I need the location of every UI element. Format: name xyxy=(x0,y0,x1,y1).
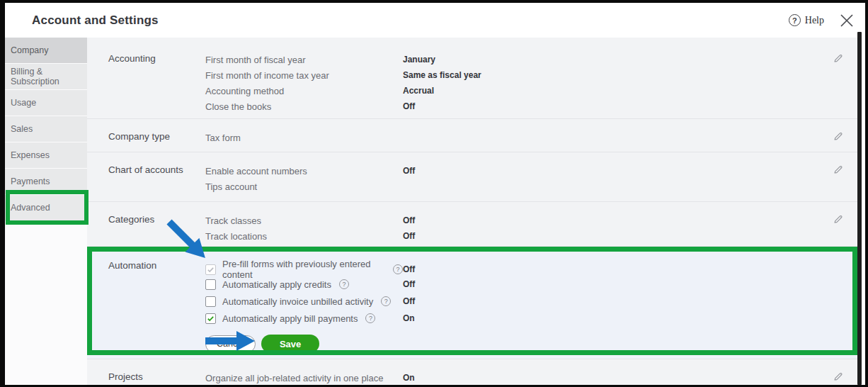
setting-value: Off xyxy=(403,231,818,241)
question-circle-icon[interactable]: ? xyxy=(381,296,391,306)
account-settings-dialog: Account and Settings ? Help Company Bill… xyxy=(0,0,868,387)
apply-credits-checkbox[interactable] xyxy=(205,279,216,290)
setting-label: First month of income tax year xyxy=(205,70,403,81)
invoice-unbilled-checkbox[interactable] xyxy=(205,296,216,307)
setting-row: Track locations Off xyxy=(205,228,818,244)
setting-value: Off xyxy=(403,101,818,111)
setting-row: Tips account xyxy=(205,179,818,194)
setting-row: Track classes Off xyxy=(205,213,818,228)
section-categories: Categories Track classes Off Track locat… xyxy=(87,202,860,247)
sidebar-item-expenses[interactable]: Expenses xyxy=(5,142,87,168)
section-title: Accounting xyxy=(108,52,205,114)
dialog-header: Account and Settings ? Help xyxy=(5,3,865,38)
section-company-type: Company type Tax form xyxy=(87,119,860,152)
setting-label: Accounting method xyxy=(205,86,403,96)
automation-row-invoice-unbilled: Automatically invoice unbilled activity … xyxy=(205,293,818,310)
setting-row: Accounting method Accrual xyxy=(205,83,818,99)
setting-value: January xyxy=(403,55,818,64)
edit-chart-of-accounts-button[interactable] xyxy=(833,163,843,194)
edit-company-type-button[interactable] xyxy=(833,130,843,145)
section-projects: Projects Organize all job-related activi… xyxy=(87,359,860,387)
question-circle-icon[interactable]: ? xyxy=(339,279,349,289)
sidebar-item-billing[interactable]: Billing & Subscription xyxy=(5,64,87,89)
help-button[interactable]: ? Help xyxy=(789,14,824,26)
question-circle-icon[interactable]: ? xyxy=(393,264,403,274)
setting-row: First month of fiscal year January xyxy=(205,52,818,67)
setting-row: Close the books Off xyxy=(205,99,818,114)
sidebar-item-sales[interactable]: Sales xyxy=(5,116,87,142)
setting-label: First month of fiscal year xyxy=(205,55,403,65)
setting-row: Enable account numbers Off xyxy=(205,163,818,179)
setting-value: Same as fiscal year xyxy=(403,70,818,80)
sidebar-item-payments[interactable]: Payments xyxy=(5,169,87,194)
setting-value: Off xyxy=(403,264,818,274)
sidebar-item-advanced[interactable]: Advanced xyxy=(5,195,87,220)
setting-value: On xyxy=(403,373,818,383)
section-title: Chart of accounts xyxy=(108,163,205,194)
help-label: Help xyxy=(805,15,824,26)
automation-buttons: Cancel Save xyxy=(205,335,818,353)
checkbox-label: Automatically apply credits xyxy=(222,279,331,290)
settings-panel: Accounting First month of fiscal year Ja… xyxy=(87,38,860,387)
close-icon[interactable] xyxy=(838,12,855,29)
section-title: Automation xyxy=(108,259,205,353)
setting-row: Tax form xyxy=(205,130,818,145)
setting-label: Track locations xyxy=(205,231,403,242)
prefill-forms-checkbox[interactable] xyxy=(205,264,216,275)
edit-projects-button[interactable] xyxy=(833,370,843,386)
edit-categories-button[interactable] xyxy=(833,213,843,244)
cancel-button[interactable]: Cancel xyxy=(205,335,256,353)
setting-label: Tips account xyxy=(205,181,403,192)
section-chart-of-accounts: Chart of accounts Enable account numbers… xyxy=(87,152,860,202)
setting-value: Off xyxy=(403,166,818,176)
setting-row: First month of income tax year Same as f… xyxy=(205,67,818,83)
setting-value: Off xyxy=(403,215,818,225)
setting-label: Tax form xyxy=(205,133,403,143)
setting-label: Close the books xyxy=(205,101,403,112)
section-accounting: Accounting First month of fiscal year Ja… xyxy=(87,38,860,119)
automation-row-apply-credits: Automatically apply credits ? Off xyxy=(205,276,818,293)
setting-row: Organize all job-related activity in one… xyxy=(205,370,818,386)
section-automation: Automation Pre-fill forms with previousl… xyxy=(87,247,860,359)
edit-accounting-button[interactable] xyxy=(833,52,843,114)
vertical-scrollbar[interactable] xyxy=(857,32,862,385)
sidebar-item-company[interactable]: Company xyxy=(5,38,87,63)
section-title: Company type xyxy=(108,130,205,145)
save-button[interactable]: Save xyxy=(261,335,319,353)
page-title: Account and Settings xyxy=(32,13,789,28)
settings-sidebar: Company Billing & Subscription Usage Sal… xyxy=(5,38,87,385)
setting-value: Off xyxy=(403,296,818,306)
automation-row-prefill: Pre-fill forms with previously entered c… xyxy=(205,259,818,276)
sidebar-item-usage[interactable]: Usage xyxy=(5,90,87,116)
setting-value: On xyxy=(403,313,818,323)
setting-label: Enable account numbers xyxy=(205,166,403,176)
automation-row-bill-payments: Automatically apply bill payments ? On xyxy=(205,310,818,327)
setting-label: Organize all job-related activity in one… xyxy=(205,373,403,383)
setting-label: Track classes xyxy=(205,215,403,226)
section-title: Categories xyxy=(108,213,205,244)
checkbox-label: Automatically apply bill payments xyxy=(222,313,358,324)
question-circle-icon[interactable]: ? xyxy=(365,313,375,323)
bill-payments-checkbox[interactable] xyxy=(205,313,216,324)
checkbox-label: Automatically invoice unbilled activity xyxy=(222,296,373,307)
checkbox-label: Pre-fill forms with previously entered c… xyxy=(222,259,385,280)
help-circle-icon: ? xyxy=(789,14,801,26)
setting-value: Off xyxy=(403,279,818,289)
section-title: Projects xyxy=(108,370,205,386)
setting-value: Accrual xyxy=(403,86,818,96)
